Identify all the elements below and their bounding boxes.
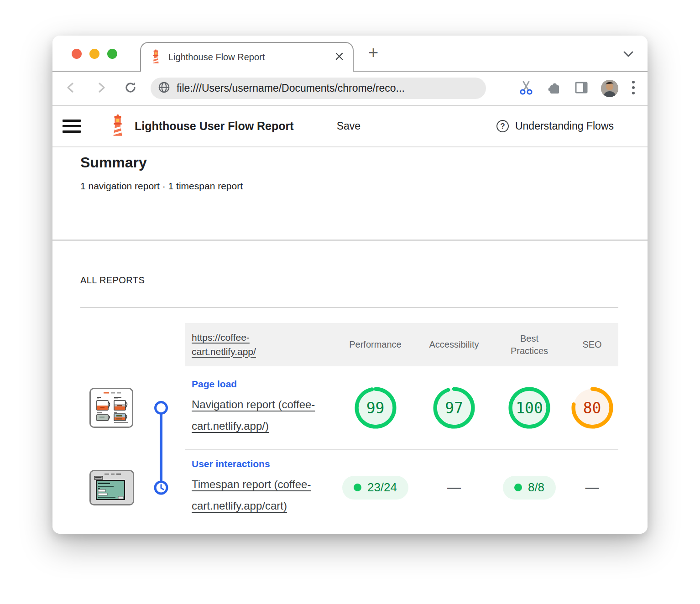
column-header-performance: Performance <box>335 323 415 366</box>
tabstrip-border <box>52 71 141 72</box>
section-divider <box>52 240 648 241</box>
timespan-report-link[interactable]: Timespan report (coffee-cart.netlify.app… <box>192 474 335 517</box>
browser-tab[interactable]: Lighthouse Flow Report <box>140 42 354 72</box>
address-bar[interactable]: file:///Users/username/Documents/chrome/… <box>151 78 486 99</box>
timespan-report-thumbnail <box>89 470 134 505</box>
pass-dot-icon <box>514 484 522 491</box>
save-button[interactable]: Save <box>334 120 363 133</box>
forward-icon[interactable] <box>94 81 108 96</box>
not-applicable-dash: — <box>585 481 599 495</box>
summary-heading: Summary <box>80 154 648 171</box>
timeline-connector-line <box>160 408 162 488</box>
page-title: Lighthouse User Flow Report <box>135 120 294 133</box>
app-header: Lighthouse User Flow Report Save ? Under… <box>52 106 648 147</box>
all-reports-heading: ALL REPORTS <box>80 275 618 286</box>
score-accessibility: — <box>415 449 493 526</box>
score-best-practices: 8/8 <box>493 449 566 526</box>
column-header-best-practices: Best Practices <box>493 323 566 366</box>
timeline-clock-icon <box>154 480 168 497</box>
tab-strip: Lighthouse Flow Report + <box>52 36 648 72</box>
navigation-report-thumbnail <box>89 388 133 428</box>
back-icon[interactable] <box>64 81 78 96</box>
reports-table-header: https://coffee-cart.netlify.app/ Perform… <box>80 323 618 366</box>
not-applicable-dash: — <box>447 481 461 495</box>
close-window-button[interactable] <box>72 49 82 59</box>
lighthouse-favicon-icon <box>150 49 162 66</box>
score-performance: 99 <box>335 366 415 449</box>
new-tab-button[interactable]: + <box>368 44 378 61</box>
summary-section: Summary 1 navigation report · 1 timespan… <box>52 147 648 240</box>
report-type-label: User interactions <box>192 458 270 469</box>
close-tab-icon[interactable] <box>335 52 344 62</box>
profile-avatar[interactable] <box>601 80 618 97</box>
understanding-flows-link[interactable]: ? Understanding Flows <box>496 120 614 132</box>
score-best-practices: 100 <box>493 366 566 449</box>
score-gauge: 97 <box>433 387 475 429</box>
score-gauge: 100 <box>508 387 550 429</box>
timeline-start-marker <box>154 401 168 415</box>
reports-table: https://coffee-cart.netlify.app/ Perform… <box>80 323 618 526</box>
score-performance: 23/24 <box>335 449 415 526</box>
score-pill: 8/8 <box>503 476 556 500</box>
reload-icon[interactable] <box>123 80 138 97</box>
reports-divider <box>80 307 618 308</box>
tabstrip-border <box>353 71 648 72</box>
zoom-window-button[interactable] <box>107 49 117 59</box>
url-text: file:///Users/username/Documents/chrome/… <box>177 82 405 94</box>
summary-subtitle: 1 navigation report · 1 timespan report <box>80 181 648 192</box>
scissors-icon[interactable] <box>518 79 534 98</box>
browser-toolbar: file:///Users/username/Documents/chrome/… <box>52 72 648 106</box>
traffic-lights <box>72 49 117 59</box>
browser-window: Lighthouse Flow Report + <box>52 36 648 534</box>
reports-section: ALL REPORTS https://coffee-cart.netlify.… <box>52 275 648 526</box>
score-pill: 23/24 <box>342 476 408 500</box>
menu-hamburger-icon[interactable] <box>63 120 81 133</box>
chevron-down-icon[interactable] <box>622 50 635 60</box>
kebab-menu-icon[interactable] <box>631 80 636 97</box>
navigation-report-link[interactable]: Navigation report (coffee-cart.netlify.a… <box>192 394 335 437</box>
site-url-link[interactable]: https://coffee-cart.netlify.app/ <box>192 331 285 359</box>
help-label: Understanding Flows <box>515 120 614 132</box>
score-gauge: 99 <box>355 387 397 429</box>
score-gauge: 80 <box>571 387 613 429</box>
score-seo: — <box>566 449 618 526</box>
lighthouse-logo-icon <box>109 114 126 139</box>
globe-icon <box>158 81 170 95</box>
tab-title: Lighthouse Flow Report <box>168 52 335 62</box>
column-header-accessibility: Accessibility <box>415 323 493 366</box>
extensions-puzzle-icon[interactable] <box>547 80 562 97</box>
score-accessibility: 97 <box>415 366 493 449</box>
pass-dot-icon <box>354 484 361 491</box>
help-question-icon: ? <box>496 120 509 132</box>
side-panel-icon[interactable] <box>575 81 588 96</box>
reports-table-body: Page load Navigation report (coffee-cart… <box>80 366 618 526</box>
report-type-label: Page load <box>192 379 237 390</box>
column-header-seo: SEO <box>566 323 618 366</box>
score-seo: 80 <box>566 366 618 449</box>
minimize-window-button[interactable] <box>89 49 99 59</box>
row-divider <box>185 449 618 450</box>
